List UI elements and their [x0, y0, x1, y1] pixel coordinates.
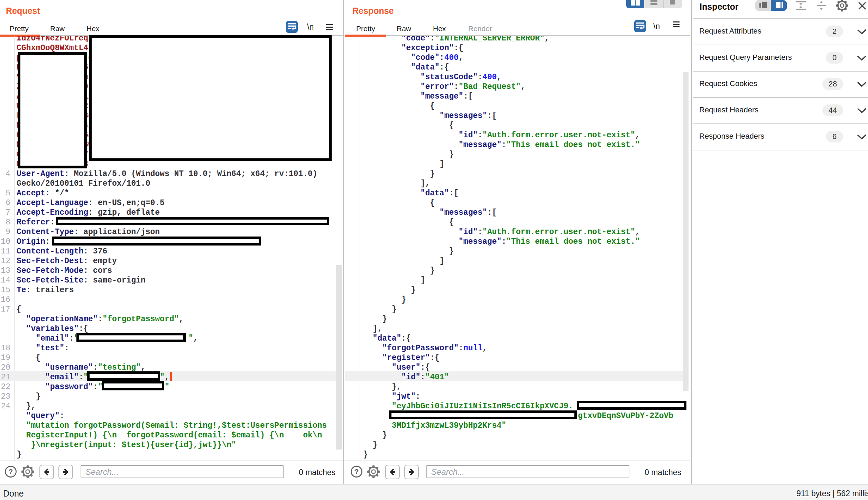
svg-text:?: ?	[354, 467, 359, 475]
svg-text:?: ?	[9, 467, 13, 475]
